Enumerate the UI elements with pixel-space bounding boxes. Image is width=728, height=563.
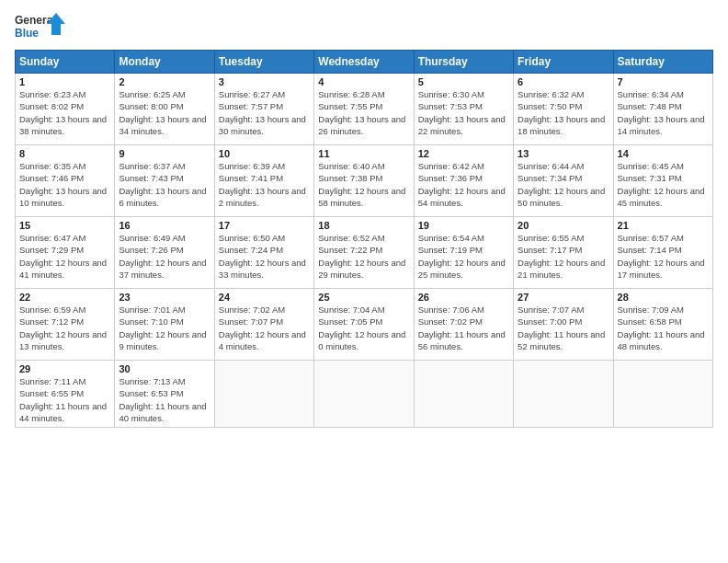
col-header-friday: Friday (514, 51, 613, 74)
day-info: Sunrise: 6:25 AMSunset: 8:00 PMDaylight:… (119, 88, 210, 137)
day-number: 2 (119, 76, 210, 87)
calendar-cell: 8Sunrise: 6:35 AMSunset: 7:46 PMDaylight… (16, 145, 115, 217)
calendar-week-row: 1Sunrise: 6:23 AMSunset: 8:02 PMDaylight… (16, 74, 713, 145)
svg-text:Blue: Blue (15, 27, 39, 40)
calendar-cell: 14Sunrise: 6:45 AMSunset: 7:31 PMDayligh… (613, 145, 712, 217)
day-number: 29 (19, 363, 110, 374)
day-info: Sunrise: 6:59 AMSunset: 7:12 PMDaylight:… (19, 304, 110, 352)
day-info: Sunrise: 6:49 AMSunset: 7:26 PMDaylight:… (119, 232, 210, 281)
day-number: 21 (618, 220, 709, 231)
day-info: Sunrise: 6:34 AMSunset: 7:48 PMDaylight:… (618, 88, 709, 137)
day-number: 30 (119, 363, 210, 374)
day-number: 10 (219, 148, 310, 159)
calendar-cell: 19Sunrise: 6:54 AMSunset: 7:19 PMDayligh… (414, 217, 513, 289)
calendar-cell: 12Sunrise: 6:42 AMSunset: 7:36 PMDayligh… (414, 145, 513, 217)
header: General Blue (15, 11, 713, 44)
day-info: Sunrise: 7:01 AMSunset: 7:10 PMDaylight:… (119, 304, 210, 352)
day-number: 9 (119, 148, 210, 159)
day-info: Sunrise: 6:50 AMSunset: 7:24 PMDaylight:… (219, 232, 310, 281)
day-number: 14 (618, 148, 709, 159)
day-info: Sunrise: 7:13 AMSunset: 6:53 PMDaylight:… (119, 375, 210, 424)
calendar-cell: 28Sunrise: 7:09 AMSunset: 6:58 PMDayligh… (613, 289, 712, 361)
day-info: Sunrise: 6:39 AMSunset: 7:41 PMDaylight:… (219, 160, 310, 209)
calendar-cell: 23Sunrise: 7:01 AMSunset: 7:10 PMDayligh… (115, 289, 214, 361)
day-number: 6 (518, 76, 609, 87)
calendar-cell (314, 361, 414, 428)
day-info: Sunrise: 6:42 AMSunset: 7:36 PMDaylight:… (418, 160, 509, 209)
day-number: 27 (518, 292, 609, 303)
day-info: Sunrise: 6:44 AMSunset: 7:34 PMDaylight:… (518, 160, 609, 209)
calendar-cell: 21Sunrise: 6:57 AMSunset: 7:14 PMDayligh… (613, 217, 712, 289)
calendar-cell (514, 361, 613, 428)
calendar-week-row: 8Sunrise: 6:35 AMSunset: 7:46 PMDaylight… (16, 145, 713, 217)
col-header-sunday: Sunday (16, 51, 115, 74)
col-header-wednesday: Wednesday (314, 51, 414, 74)
calendar-cell: 29Sunrise: 7:11 AMSunset: 6:55 PMDayligh… (16, 361, 115, 428)
calendar-cell (214, 361, 313, 428)
col-header-saturday: Saturday (613, 51, 712, 74)
calendar-cell: 16Sunrise: 6:49 AMSunset: 7:26 PMDayligh… (115, 217, 214, 289)
calendar-cell: 5Sunrise: 6:30 AMSunset: 7:53 PMDaylight… (414, 74, 513, 145)
day-number: 20 (518, 220, 609, 231)
calendar-cell: 15Sunrise: 6:47 AMSunset: 7:29 PMDayligh… (16, 217, 115, 289)
calendar-header-row: SundayMondayTuesdayWednesdayThursdayFrid… (16, 51, 713, 74)
day-info: Sunrise: 7:04 AMSunset: 7:05 PMDaylight:… (318, 304, 409, 352)
day-info: Sunrise: 6:54 AMSunset: 7:19 PMDaylight:… (418, 232, 509, 281)
day-number: 13 (518, 148, 609, 159)
day-number: 16 (119, 220, 210, 231)
day-number: 28 (618, 292, 709, 303)
day-number: 3 (219, 76, 310, 87)
day-info: Sunrise: 6:32 AMSunset: 7:50 PMDaylight:… (518, 88, 609, 137)
calendar-cell: 13Sunrise: 6:44 AMSunset: 7:34 PMDayligh… (514, 145, 613, 217)
day-number: 26 (418, 292, 509, 303)
logo-svg: General Blue (15, 11, 65, 44)
day-info: Sunrise: 6:30 AMSunset: 7:53 PMDaylight:… (418, 88, 509, 137)
day-info: Sunrise: 7:09 AMSunset: 6:58 PMDaylight:… (618, 304, 709, 352)
calendar-cell: 22Sunrise: 6:59 AMSunset: 7:12 PMDayligh… (16, 289, 115, 361)
calendar-week-row: 15Sunrise: 6:47 AMSunset: 7:29 PMDayligh… (16, 217, 713, 289)
day-number: 24 (219, 292, 310, 303)
day-info: Sunrise: 6:55 AMSunset: 7:17 PMDaylight:… (518, 232, 609, 281)
calendar-week-row: 29Sunrise: 7:11 AMSunset: 6:55 PMDayligh… (16, 361, 713, 428)
calendar-cell: 6Sunrise: 6:32 AMSunset: 7:50 PMDaylight… (514, 74, 613, 145)
logo: General Blue (15, 11, 65, 44)
calendar-week-row: 22Sunrise: 6:59 AMSunset: 7:12 PMDayligh… (16, 289, 713, 361)
calendar-cell: 2Sunrise: 6:25 AMSunset: 8:00 PMDaylight… (115, 74, 214, 145)
col-header-thursday: Thursday (414, 51, 513, 74)
day-number: 7 (618, 76, 709, 87)
day-info: Sunrise: 6:28 AMSunset: 7:55 PMDaylight:… (318, 88, 409, 137)
calendar-cell: 3Sunrise: 6:27 AMSunset: 7:57 PMDaylight… (214, 74, 313, 145)
day-info: Sunrise: 7:11 AMSunset: 6:55 PMDaylight:… (19, 375, 110, 424)
calendar-table: SundayMondayTuesdayWednesdayThursdayFrid… (15, 50, 713, 428)
day-info: Sunrise: 6:23 AMSunset: 8:02 PMDaylight:… (19, 88, 110, 137)
day-number: 4 (318, 76, 409, 87)
page: General Blue SundayMondayTuesdayWednesda… (0, 0, 728, 563)
svg-text:General: General (15, 14, 56, 27)
day-number: 19 (418, 220, 509, 231)
calendar-cell (613, 361, 712, 428)
calendar-cell: 1Sunrise: 6:23 AMSunset: 8:02 PMDaylight… (16, 74, 115, 145)
day-info: Sunrise: 6:37 AMSunset: 7:43 PMDaylight:… (119, 160, 210, 209)
calendar-cell: 25Sunrise: 7:04 AMSunset: 7:05 PMDayligh… (314, 289, 414, 361)
day-number: 12 (418, 148, 509, 159)
day-number: 17 (219, 220, 310, 231)
calendar-cell: 20Sunrise: 6:55 AMSunset: 7:17 PMDayligh… (514, 217, 613, 289)
calendar-cell: 9Sunrise: 6:37 AMSunset: 7:43 PMDaylight… (115, 145, 214, 217)
calendar-cell: 4Sunrise: 6:28 AMSunset: 7:55 PMDaylight… (314, 74, 414, 145)
day-info: Sunrise: 7:07 AMSunset: 7:00 PMDaylight:… (518, 304, 609, 352)
calendar-cell: 26Sunrise: 7:06 AMSunset: 7:02 PMDayligh… (414, 289, 513, 361)
calendar-cell: 17Sunrise: 6:50 AMSunset: 7:24 PMDayligh… (214, 217, 313, 289)
calendar-cell: 7Sunrise: 6:34 AMSunset: 7:48 PMDaylight… (613, 74, 712, 145)
col-header-monday: Monday (115, 51, 214, 74)
day-info: Sunrise: 6:35 AMSunset: 7:46 PMDaylight:… (19, 160, 110, 209)
day-number: 5 (418, 76, 509, 87)
day-info: Sunrise: 6:52 AMSunset: 7:22 PMDaylight:… (318, 232, 409, 281)
day-number: 15 (19, 220, 110, 231)
calendar-cell: 10Sunrise: 6:39 AMSunset: 7:41 PMDayligh… (214, 145, 313, 217)
day-info: Sunrise: 6:45 AMSunset: 7:31 PMDaylight:… (618, 160, 709, 209)
calendar-cell: 11Sunrise: 6:40 AMSunset: 7:38 PMDayligh… (314, 145, 414, 217)
day-number: 11 (318, 148, 409, 159)
calendar-cell: 30Sunrise: 7:13 AMSunset: 6:53 PMDayligh… (115, 361, 214, 428)
day-number: 25 (318, 292, 409, 303)
col-header-tuesday: Tuesday (214, 51, 313, 74)
